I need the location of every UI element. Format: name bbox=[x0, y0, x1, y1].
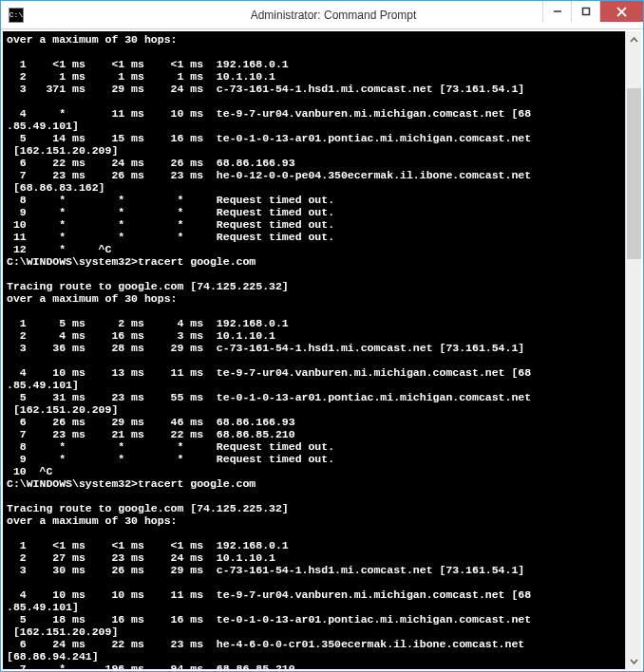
svg-rect-1 bbox=[582, 9, 589, 15]
scroll-thumb[interactable] bbox=[627, 88, 641, 259]
close-icon bbox=[616, 7, 627, 17]
command-prompt-window: C:\ Administrator: Command Prompt over a… bbox=[0, 0, 644, 672]
chevron-down-icon bbox=[630, 659, 638, 664]
window-controls bbox=[542, 1, 643, 22]
close-button[interactable] bbox=[599, 1, 643, 22]
maximize-button[interactable] bbox=[571, 1, 599, 22]
app-icon[interactable]: C:\ bbox=[9, 8, 24, 23]
vertical-scrollbar[interactable] bbox=[625, 31, 641, 669]
minimize-icon bbox=[553, 7, 562, 16]
console-output[interactable]: over a maximum of 30 hops: 1 <1 ms <1 ms… bbox=[3, 31, 625, 669]
scroll-down-button[interactable] bbox=[626, 653, 642, 669]
scroll-up-button[interactable] bbox=[626, 31, 642, 47]
titlebar[interactable]: C:\ Administrator: Command Prompt bbox=[1, 1, 643, 29]
maximize-icon bbox=[581, 7, 591, 16]
chevron-up-icon bbox=[630, 37, 638, 43]
console-area: over a maximum of 30 hops: 1 <1 ms <1 ms… bbox=[1, 29, 643, 671]
minimize-button[interactable] bbox=[542, 1, 571, 22]
